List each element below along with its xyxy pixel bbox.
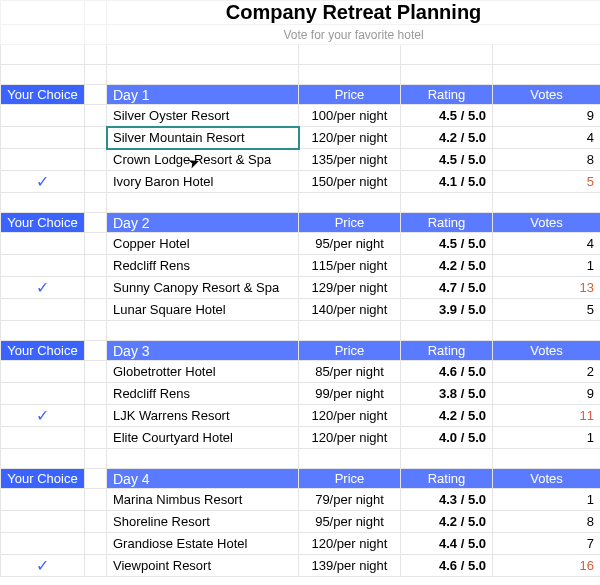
choice-cell[interactable]	[1, 149, 85, 171]
price-cell[interactable]: 150/per night	[299, 171, 401, 193]
cell[interactable]	[1, 65, 85, 85]
votes-cell[interactable]: 9	[493, 383, 601, 405]
price-cell[interactable]: 100/per night	[299, 105, 401, 127]
cell[interactable]	[1, 45, 85, 65]
price-cell[interactable]: 135/per night	[299, 149, 401, 171]
hotel-name-cell[interactable]: Crown Lodge Resort & Spa➤	[107, 149, 299, 171]
cell[interactable]	[85, 45, 107, 65]
cell[interactable]	[85, 65, 107, 85]
hotel-name-cell[interactable]: Silver Oyster Resort	[107, 105, 299, 127]
votes-cell[interactable]: 4	[493, 127, 601, 149]
cell[interactable]	[107, 45, 299, 65]
rating-cell[interactable]: 4.1 / 5.0	[401, 171, 493, 193]
cell[interactable]	[107, 193, 299, 213]
price-cell[interactable]: 120/per night	[299, 533, 401, 555]
cell[interactable]	[85, 171, 107, 193]
cell[interactable]	[107, 321, 299, 341]
cell[interactable]	[107, 65, 299, 85]
choice-cell[interactable]: ✓	[1, 171, 85, 193]
price-cell[interactable]: 95/per night	[299, 233, 401, 255]
cell[interactable]	[85, 341, 107, 361]
choice-cell[interactable]	[1, 511, 85, 533]
votes-cell[interactable]: 13	[493, 277, 601, 299]
cell[interactable]	[401, 449, 493, 469]
rating-cell[interactable]: 3.9 / 5.0	[401, 299, 493, 321]
cell[interactable]	[85, 277, 107, 299]
cell[interactable]	[401, 65, 493, 85]
hotel-name-cell[interactable]: Marina Nimbus Resort	[107, 489, 299, 511]
cell[interactable]	[85, 511, 107, 533]
price-cell[interactable]: 129/per night	[299, 277, 401, 299]
cell[interactable]	[1, 193, 85, 213]
cell[interactable]	[401, 321, 493, 341]
cell[interactable]	[107, 449, 299, 469]
votes-cell[interactable]: 8	[493, 149, 601, 171]
price-cell[interactable]: 79/per night	[299, 489, 401, 511]
votes-cell[interactable]: 5	[493, 171, 601, 193]
cell[interactable]	[299, 321, 401, 341]
hotel-name-cell[interactable]: Lunar Square Hotel	[107, 299, 299, 321]
cell[interactable]	[85, 449, 107, 469]
price-cell[interactable]: 120/per night	[299, 405, 401, 427]
cell[interactable]	[85, 299, 107, 321]
cell[interactable]	[85, 105, 107, 127]
cell[interactable]	[85, 213, 107, 233]
votes-cell[interactable]: 4	[493, 233, 601, 255]
choice-cell[interactable]	[1, 127, 85, 149]
hotel-name-cell[interactable]: Viewpoint Resort	[107, 555, 299, 577]
hotel-name-cell[interactable]: Redcliff Rens	[107, 383, 299, 405]
choice-cell[interactable]	[1, 427, 85, 449]
cell[interactable]	[1, 25, 85, 45]
rating-cell[interactable]: 4.0 / 5.0	[401, 427, 493, 449]
hotel-name-cell[interactable]: Redcliff Rens	[107, 255, 299, 277]
cell[interactable]	[85, 533, 107, 555]
rating-cell[interactable]: 4.2 / 5.0	[401, 255, 493, 277]
cell[interactable]	[85, 233, 107, 255]
votes-cell[interactable]: 1	[493, 255, 601, 277]
price-cell[interactable]: 139/per night	[299, 555, 401, 577]
price-cell[interactable]: 85/per night	[299, 361, 401, 383]
rating-cell[interactable]: 4.5 / 5.0	[401, 233, 493, 255]
choice-cell[interactable]: ✓	[1, 555, 85, 577]
cell[interactable]	[299, 65, 401, 85]
votes-cell[interactable]: 8	[493, 511, 601, 533]
cell[interactable]	[299, 193, 401, 213]
cell[interactable]	[85, 127, 107, 149]
cell[interactable]	[85, 193, 107, 213]
cell[interactable]	[85, 321, 107, 341]
cell[interactable]	[493, 449, 601, 469]
choice-cell[interactable]	[1, 361, 85, 383]
price-cell[interactable]: 120/per night	[299, 127, 401, 149]
cell[interactable]	[401, 45, 493, 65]
choice-cell[interactable]	[1, 533, 85, 555]
price-cell[interactable]: 95/per night	[299, 511, 401, 533]
cell[interactable]	[493, 45, 601, 65]
rating-cell[interactable]: 4.6 / 5.0	[401, 555, 493, 577]
choice-cell[interactable]: ✓	[1, 405, 85, 427]
rating-cell[interactable]: 4.4 / 5.0	[401, 533, 493, 555]
cell[interactable]	[1, 1, 85, 25]
cell[interactable]	[85, 555, 107, 577]
votes-cell[interactable]: 16	[493, 555, 601, 577]
cell[interactable]	[85, 489, 107, 511]
cell[interactable]	[85, 149, 107, 171]
choice-cell[interactable]	[1, 233, 85, 255]
votes-cell[interactable]: 1	[493, 489, 601, 511]
choice-cell[interactable]	[1, 383, 85, 405]
cell[interactable]	[85, 405, 107, 427]
rating-cell[interactable]: 3.8 / 5.0	[401, 383, 493, 405]
hotel-name-cell[interactable]: Shoreline Resort	[107, 511, 299, 533]
rating-cell[interactable]: 4.2 / 5.0	[401, 405, 493, 427]
choice-cell[interactable]	[1, 255, 85, 277]
cell[interactable]	[493, 321, 601, 341]
hotel-name-cell[interactable]: Silver Mountain Resort	[107, 127, 299, 149]
cell[interactable]	[85, 469, 107, 489]
rating-cell[interactable]: 4.5 / 5.0	[401, 105, 493, 127]
price-cell[interactable]: 115/per night	[299, 255, 401, 277]
rating-cell[interactable]: 4.3 / 5.0	[401, 489, 493, 511]
cell[interactable]	[85, 383, 107, 405]
rating-cell[interactable]: 4.7 / 5.0	[401, 277, 493, 299]
votes-cell[interactable]: 7	[493, 533, 601, 555]
hotel-name-cell[interactable]: Copper Hotel	[107, 233, 299, 255]
hotel-name-cell[interactable]: Sunny Canopy Resort & Spa	[107, 277, 299, 299]
